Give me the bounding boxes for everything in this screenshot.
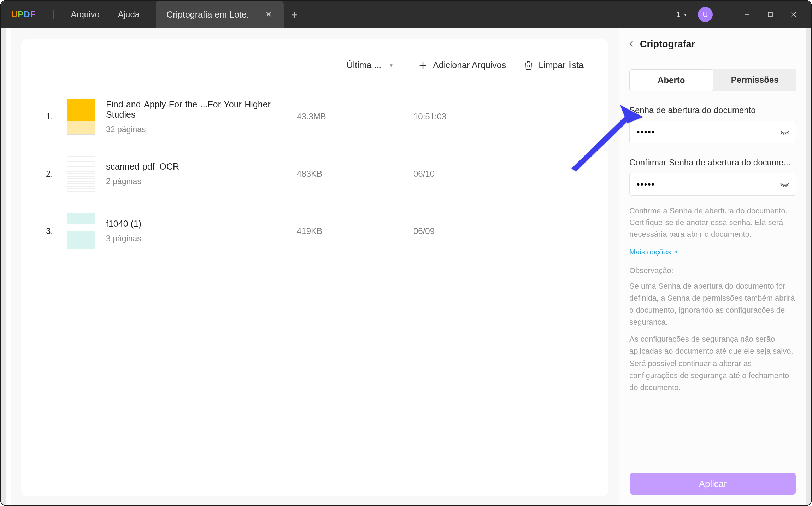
file-thumbnail [67, 99, 95, 135]
panel-header: Criptografar [619, 28, 806, 60]
file-row[interactable]: 3. f1040 (1) 3 páginas 419KB 06/09 [39, 202, 601, 260]
file-name: f1040 (1) [106, 219, 297, 229]
window-count-value: 1 [676, 10, 681, 19]
confirm-password-label: Confirmar Senha de abertura do docume... [629, 158, 796, 167]
file-size: 43.3MB [297, 112, 413, 122]
file-size: 483KB [297, 169, 413, 179]
sort-label: Última ... [347, 60, 382, 70]
titlebar-separator [726, 10, 726, 19]
file-pages: 3 páginas [106, 234, 297, 243]
open-password-input[interactable] [629, 121, 796, 143]
file-name: Find-and-Apply-For-the-...For-Your-Highe… [106, 99, 297, 120]
logo-letter-u: U [11, 10, 18, 19]
chevron-down-icon: ▾ [684, 12, 687, 17]
plus-icon [418, 60, 428, 70]
svg-marker-15 [571, 114, 632, 171]
file-size: 419KB [297, 226, 413, 236]
confirm-password-hint: Confirme a Senha de abertura do document… [629, 205, 796, 240]
titlebar-right: 1 ▾ U [671, 7, 811, 22]
tab-batch-encrypt[interactable]: Criptografia em Lote. ✕ [156, 1, 283, 28]
clear-list-button[interactable]: Limpar lista [524, 60, 584, 70]
observation-text-2: As configurações de segurança não serão … [629, 333, 796, 393]
file-index: 3. [46, 226, 67, 236]
reveal-password-button[interactable] [779, 127, 790, 139]
window-close-button[interactable] [783, 7, 804, 22]
app-logo: U P D F [11, 10, 36, 19]
more-options-toggle[interactable]: Mais opções ▼ [629, 248, 796, 256]
encrypt-panel: Criptografar Aberto Permissões Senha de … [619, 28, 806, 506]
svg-line-7 [784, 133, 784, 134]
file-pages: 2 páginas [106, 177, 297, 186]
panel-body: Aberto Permissões Senha de abertura do d… [619, 60, 806, 466]
menu-help[interactable]: Ajuda [109, 10, 149, 19]
svg-line-13 [788, 185, 788, 186]
file-pages: 32 páginas [106, 125, 297, 134]
chevron-down-icon: ▼ [389, 63, 393, 68]
file-meta: scanned-pdf_OCR 2 páginas [106, 161, 297, 186]
add-files-label: Adicionar Arquivos [433, 60, 506, 70]
titlebar-separator [53, 10, 54, 19]
apply-button[interactable]: Aplicar [630, 473, 796, 495]
eye-closed-icon [779, 180, 790, 190]
menu-file[interactable]: Arquivo [61, 10, 108, 19]
open-password-field-wrap [629, 121, 796, 143]
tab-permissions[interactable]: Permissões [713, 69, 797, 91]
logo-letter-f: F [30, 10, 36, 19]
trash-icon [524, 60, 534, 70]
reveal-password-button[interactable] [779, 180, 790, 192]
file-time: 06/09 [413, 226, 435, 236]
svg-line-8 [786, 133, 786, 134]
mode-segmented: Aberto Permissões [629, 69, 796, 91]
left-rail [6, 28, 11, 506]
file-row[interactable]: 1. Find-and-Apply-For-the-...For-Your-Hi… [39, 88, 601, 145]
observation-title: Observação: [629, 266, 796, 275]
svg-line-6 [782, 133, 782, 134]
file-thumbnail [67, 213, 95, 249]
window-maximize-button[interactable] [760, 7, 781, 22]
file-index: 2. [46, 169, 67, 179]
file-time: 06/10 [413, 169, 435, 179]
content-area: Última ... ▼ Adicionar Arquivos Limpar l… [11, 28, 619, 506]
file-index: 1. [46, 112, 67, 122]
right-gutter [806, 28, 811, 506]
window-minimize-button[interactable] [736, 7, 758, 22]
annotation-arrow-icon [565, 105, 643, 172]
file-list: 1. Find-and-Apply-For-the-...For-Your-Hi… [39, 88, 601, 260]
eye-closed-icon [779, 127, 790, 138]
panel-title: Criptografar [640, 39, 695, 50]
file-time: 10:51:03 [413, 112, 446, 122]
svg-line-10 [782, 185, 782, 186]
svg-line-11 [784, 186, 784, 187]
app-window: U P D F Arquivo Ajuda Criptografia em Lo… [0, 0, 812, 506]
confirm-password-input[interactable] [629, 173, 796, 196]
more-options-label: Mais opções [629, 248, 671, 256]
svg-rect-1 [768, 12, 772, 17]
open-password-label: Senha de abertura do documento [629, 105, 796, 115]
chevron-down-icon: ▼ [675, 250, 678, 254]
back-button[interactable] [628, 39, 635, 50]
app-body: Última ... ▼ Adicionar Arquivos Limpar l… [1, 28, 811, 506]
chevron-left-icon [628, 40, 635, 47]
observation-text-1: Se uma Senha de abertura do documento fo… [629, 280, 796, 328]
user-avatar[interactable]: U [698, 7, 713, 22]
sort-dropdown[interactable]: Última ... ▼ [347, 60, 401, 70]
logo-letter-d: D [24, 10, 30, 19]
file-toolbar: Última ... ▼ Adicionar Arquivos Limpar l… [39, 46, 601, 84]
file-row[interactable]: 2. scanned-pdf_OCR 2 páginas 483KB 06/10 [39, 145, 601, 202]
file-list-card: Última ... ▼ Adicionar Arquivos Limpar l… [21, 39, 608, 496]
svg-line-12 [786, 186, 786, 187]
tab-close-icon[interactable]: ✕ [264, 8, 273, 20]
clear-list-label: Limpar lista [539, 60, 584, 70]
file-meta: f1040 (1) 3 páginas [106, 219, 297, 243]
add-files-button[interactable]: Adicionar Arquivos [418, 60, 506, 70]
new-tab-button[interactable]: ＋ [284, 7, 305, 22]
panel-footer: Aplicar [619, 466, 806, 506]
confirm-password-field-wrap [629, 173, 796, 196]
avatar-initial: U [703, 11, 708, 19]
file-meta: Find-and-Apply-For-the-...For-Your-Highe… [106, 99, 297, 134]
title-bar: U P D F Arquivo Ajuda Criptografia em Lo… [1, 1, 811, 28]
file-name: scanned-pdf_OCR [106, 161, 297, 172]
left-gutter [1, 28, 6, 506]
window-count-dropdown[interactable]: 1 ▾ [671, 8, 692, 21]
tab-open[interactable]: Aberto [629, 69, 713, 91]
